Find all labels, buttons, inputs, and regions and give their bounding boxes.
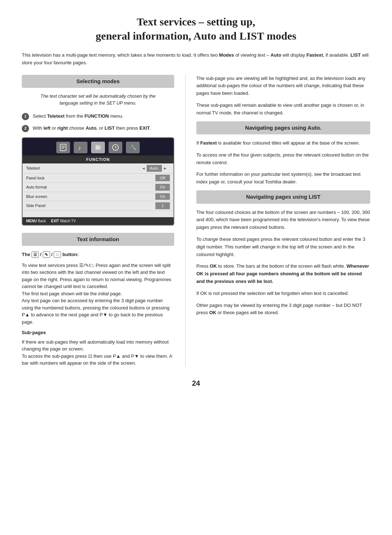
svg-point-8 bbox=[96, 145, 98, 147]
button-para3: Any text page can be accessed by enterin… bbox=[22, 297, 174, 325]
nav-list-para1: The four coloured choices at the bottom … bbox=[196, 209, 370, 231]
right-para1: The sub-page you are viewing will be hig… bbox=[196, 75, 370, 97]
nav-auto-header: Navigating pages using Auto. bbox=[196, 121, 370, 135]
tv-menu-row-sidepanel: Side Panel 1 bbox=[23, 201, 173, 211]
column-divider bbox=[185, 75, 185, 367]
right-para2: These sub-pages will remain available to… bbox=[196, 102, 370, 117]
step-1-text: Select Teletext from the FUNCTION menu. bbox=[33, 113, 174, 120]
square-icon: □ bbox=[54, 251, 61, 258]
subpages-para2: To access the sub-pages press ⊡ then use… bbox=[22, 353, 174, 367]
svg-text:🔧: 🔧 bbox=[130, 145, 137, 151]
button-para1: To view text services press ☰/✎/□. Press… bbox=[22, 262, 174, 290]
tv-menu-rows: Teletext ◄ Auto. ► Panel lock Off Auto f… bbox=[23, 163, 173, 217]
right-column: The sub-page you are viewing will be hig… bbox=[196, 75, 370, 367]
selecting-modes-header: Selecting modes bbox=[22, 75, 174, 88]
button-label-heading: The ☰ / ✎ / □ button: bbox=[22, 251, 174, 258]
tv-menu-row-panellock: Panel lock Off bbox=[23, 174, 173, 183]
step-2: 2 With left or right choose Auto. or LIS… bbox=[22, 125, 174, 132]
left-column: Selecting modes The text character set w… bbox=[22, 75, 174, 367]
intro-paragraph: This television has a multi-page text me… bbox=[22, 52, 370, 67]
svg-line-13 bbox=[115, 147, 117, 148]
tv-bottom-bar: MENU Back EXIT Watch TV bbox=[23, 217, 173, 225]
nav-list-para2: To change these stored pages press the r… bbox=[196, 236, 370, 258]
button-para2: The first text page shown will be the in… bbox=[22, 290, 174, 297]
tv-function-label: FUNCTION bbox=[23, 155, 173, 164]
nav-list-para3: Press OK to store. The bars at the botto… bbox=[196, 263, 370, 285]
subpages-title: Sub-pages bbox=[22, 329, 174, 336]
svg-rect-0 bbox=[60, 144, 66, 151]
svg-text:♪: ♪ bbox=[78, 145, 81, 151]
tv-menu-row-teletext: Teletext ◄ Auto. ► bbox=[23, 163, 173, 174]
tv-icon-wrench: 🔧 bbox=[126, 142, 140, 153]
tv-menu-row-autoformat: Auto format On bbox=[23, 183, 173, 192]
tv-icon-music: ♪ bbox=[74, 142, 87, 153]
tv-icon-settings bbox=[91, 142, 105, 153]
tv-icon-text bbox=[56, 142, 70, 153]
nav-list-header: Navigating pages using LIST bbox=[196, 190, 370, 204]
step-1-number: 1 bbox=[22, 113, 29, 120]
nav-auto-para3: For further information on your particul… bbox=[196, 171, 370, 186]
nav-list-para5: Other pages may be viewed by entering th… bbox=[196, 302, 370, 317]
nav-auto-para2: To access one of the four given subjects… bbox=[196, 151, 370, 167]
edit-icon: ✎ bbox=[43, 251, 50, 258]
nav-auto-para1: If Fastext is available four coloured ti… bbox=[196, 139, 370, 147]
step-1: 1 Select Teletext from the FUNCTION menu… bbox=[22, 113, 174, 120]
tv-menu-screenshot: ♪ 🔧 FUNCTION Teletext bbox=[22, 137, 174, 226]
page-title: Text services – setting up, general info… bbox=[22, 15, 370, 43]
tv-menu-row-bluescreen: Blue screen On bbox=[23, 192, 173, 202]
tv-icon-clock bbox=[109, 142, 122, 153]
svg-point-10 bbox=[97, 148, 98, 150]
tv-icons-row: ♪ 🔧 bbox=[23, 138, 173, 155]
page-number: 24 bbox=[22, 378, 370, 389]
nav-list-para4: If OK is not pressed the selection will … bbox=[196, 290, 370, 297]
text-information-section: Text information The ☰ / ✎ / □ button: T… bbox=[22, 233, 174, 367]
italic-note: The text character set will be automatic… bbox=[22, 93, 174, 107]
step-2-number: 2 bbox=[22, 125, 29, 132]
text-information-header: Text information bbox=[22, 233, 174, 246]
menu-icon: ☰ bbox=[32, 251, 39, 258]
step-2-text: With left or right choose Auto. or LIST … bbox=[33, 125, 174, 132]
subpages-para1: If there are sub-pages they will automat… bbox=[22, 339, 174, 353]
svg-point-9 bbox=[98, 146, 100, 148]
